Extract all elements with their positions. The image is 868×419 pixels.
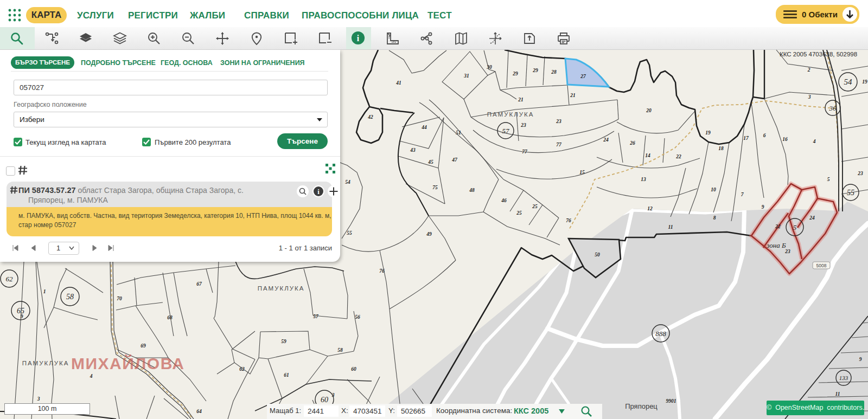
svg-text:3: 3 — [808, 94, 811, 100]
svg-text:25: 25 — [516, 210, 522, 216]
svg-text:23: 23 — [857, 171, 863, 176]
svg-text:29: 29 — [512, 71, 518, 76]
svg-text:10: 10 — [711, 187, 716, 192]
svg-text:4: 4 — [90, 373, 93, 379]
svg-text:51: 51 — [456, 130, 461, 136]
svg-text:2: 2 — [807, 67, 810, 73]
svg-text:3: 3 — [37, 396, 40, 402]
svg-text:5: 5 — [827, 177, 830, 182]
svg-text:23: 23 — [556, 119, 561, 124]
svg-text:28: 28 — [551, 69, 557, 75]
svg-text:48: 48 — [469, 188, 475, 193]
svg-text:59: 59 — [281, 339, 286, 344]
svg-text:8: 8 — [713, 215, 716, 221]
svg-text:77: 77 — [522, 149, 528, 154]
svg-text:ПАМУКЛУКА: ПАМУКЛУКА — [258, 285, 305, 292]
svg-text:26: 26 — [629, 140, 635, 146]
svg-text:15: 15 — [579, 170, 585, 175]
svg-text:133: 133 — [839, 375, 848, 381]
svg-text:21: 21 — [518, 97, 524, 102]
svg-text:43: 43 — [410, 147, 416, 153]
svg-text:67: 67 — [196, 281, 202, 287]
svg-text:65: 65 — [17, 307, 24, 315]
svg-text:31: 31 — [463, 73, 469, 79]
svg-text:9: 9 — [762, 204, 764, 210]
svg-text:60: 60 — [351, 366, 356, 372]
svg-text:23: 23 — [520, 123, 526, 128]
svg-text:25: 25 — [532, 204, 538, 209]
svg-text:6: 6 — [763, 133, 766, 138]
svg-text:41: 41 — [395, 80, 401, 86]
svg-text:76: 76 — [566, 218, 571, 223]
svg-text:9: 9 — [859, 357, 862, 362]
svg-text:888: 888 — [655, 330, 666, 338]
svg-text:11: 11 — [835, 391, 840, 397]
svg-text:30: 30 — [486, 65, 492, 70]
svg-text:61: 61 — [284, 372, 289, 378]
svg-text:МИХАЙЛОВА: МИХАЙЛОВА — [71, 354, 185, 372]
svg-text:13: 13 — [641, 177, 646, 182]
svg-text:70: 70 — [117, 296, 122, 301]
svg-text:14: 14 — [645, 153, 650, 158]
svg-text:20: 20 — [646, 108, 652, 113]
svg-text:49: 49 — [426, 231, 432, 237]
svg-text:ККС 2005 4703638, 502998: ККС 2005 4703638, 502998 — [780, 51, 857, 57]
svg-text:44: 44 — [421, 125, 427, 130]
svg-text:зона Б: зона Б — [766, 241, 786, 249]
svg-text:5: 5 — [793, 223, 797, 231]
svg-text:64: 64 — [196, 409, 202, 414]
svg-text:60: 60 — [321, 396, 328, 404]
svg-text:ПАМУКЛУКА: ПАМУКЛУКА — [22, 360, 69, 366]
svg-text:4: 4 — [813, 139, 816, 144]
svg-text:12: 12 — [647, 206, 653, 211]
svg-text:22: 22 — [675, 154, 681, 159]
svg-text:5008: 5008 — [816, 263, 827, 268]
svg-text:76: 76 — [379, 268, 385, 274]
svg-text:62: 62 — [6, 275, 14, 283]
svg-text:21: 21 — [570, 93, 576, 98]
svg-text:18: 18 — [718, 146, 724, 151]
svg-text:ПАМУКЛУКА: ПАМУКЛУКА — [487, 111, 534, 118]
svg-text:Пряпорец: Пряпорец — [625, 402, 658, 410]
svg-text:36: 36 — [829, 104, 837, 112]
svg-text:54: 54 — [844, 78, 853, 86]
svg-text:46: 46 — [501, 198, 507, 203]
svg-text:55: 55 — [347, 230, 352, 236]
svg-text:11: 11 — [668, 224, 673, 230]
svg-text:29: 29 — [532, 68, 538, 73]
svg-text:57: 57 — [313, 314, 319, 319]
svg-text:24: 24 — [603, 137, 609, 143]
svg-text:16: 16 — [782, 137, 788, 142]
svg-text:45: 45 — [427, 159, 433, 165]
svg-text:24: 24 — [809, 215, 815, 221]
svg-text:23: 23 — [784, 249, 790, 254]
svg-text:9901: 9901 — [666, 398, 676, 404]
svg-text:50: 50 — [595, 252, 600, 257]
svg-text:i: i — [317, 188, 320, 196]
svg-text:56: 56 — [355, 314, 360, 320]
svg-text:1: 1 — [43, 289, 46, 294]
svg-text:19: 19 — [705, 130, 711, 136]
svg-text:58: 58 — [66, 293, 74, 301]
svg-text:55: 55 — [847, 189, 854, 197]
svg-text:57: 57 — [502, 127, 510, 135]
svg-text:19: 19 — [862, 79, 867, 85]
svg-text:62: 62 — [239, 366, 245, 372]
svg-text:77: 77 — [556, 142, 562, 147]
svg-text:47: 47 — [451, 157, 458, 163]
svg-text:75: 75 — [432, 185, 438, 190]
svg-text:54: 54 — [345, 179, 350, 185]
svg-text:58: 58 — [337, 347, 343, 353]
svg-text:42: 42 — [367, 114, 373, 120]
svg-text:68: 68 — [167, 315, 173, 320]
svg-text:22: 22 — [775, 224, 781, 229]
svg-text:27: 27 — [580, 74, 586, 79]
svg-text:17: 17 — [743, 136, 749, 141]
svg-text:i: i — [357, 34, 360, 43]
svg-text:69: 69 — [141, 343, 146, 349]
